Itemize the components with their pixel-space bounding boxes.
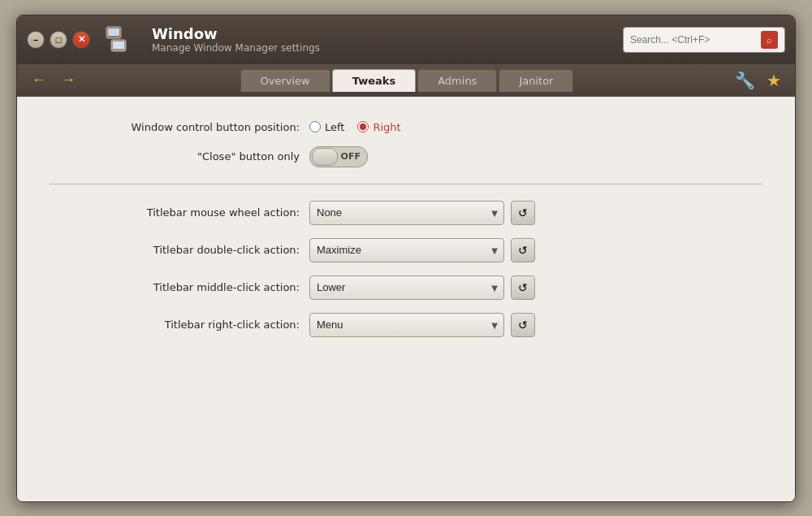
search-box: ⌕ — [623, 27, 785, 53]
reset-icon-1: ↺ — [518, 206, 528, 219]
tab-janitor[interactable]: Janitor — [499, 69, 573, 92]
position-radio-group: Left Right — [309, 121, 401, 133]
tab-overview[interactable]: Overview — [240, 69, 330, 92]
middle-click-reset[interactable]: ↺ — [511, 275, 535, 300]
double-click-wrapper: Maximize Shade Lower Menu None — [309, 238, 504, 262]
right-click-wrapper: Menu Lower Maximize Shade None — [309, 313, 504, 337]
window-control-position-row: Window control button position: Left Rig… — [50, 121, 762, 133]
search-icon: ⌕ — [767, 35, 772, 45]
mouse-wheel-wrapper: None Scroll Shade Opacity — [309, 201, 504, 225]
close-only-toggle[interactable]: OFF — [309, 146, 368, 167]
maximize-button[interactable]: □ — [50, 31, 67, 49]
tab-tweaks[interactable]: Tweaks — [332, 69, 416, 92]
double-click-row: Titlebar double-click action: Maximize S… — [50, 238, 762, 262]
titlebar-left: – □ ✕ Window Manage Window Manager setti… — [27, 24, 320, 56]
radio-right-label[interactable]: Right — [357, 121, 400, 133]
search-icon-button[interactable]: ⌕ — [761, 31, 778, 49]
middle-click-wrapper: None Maximize Shade Lower Menu — [309, 275, 504, 300]
window-control-controls: Left Right — [309, 121, 401, 133]
radio-left-text: Left — [325, 121, 344, 133]
double-click-reset[interactable]: ↺ — [511, 238, 535, 262]
wrench-icon: 🔧 — [735, 71, 755, 90]
page-subtitle: Manage Window Manager settings — [152, 42, 320, 54]
search-input[interactable] — [630, 34, 756, 46]
radio-right-input[interactable] — [357, 121, 369, 132]
reset-icon-3: ↺ — [518, 281, 528, 294]
right-click-select[interactable]: Menu Lower Maximize Shade None — [309, 313, 504, 337]
close-button-only-row: "Close" button only OFF — [50, 146, 762, 167]
tab-admins[interactable]: Admins — [417, 69, 497, 92]
right-click-label: Titlebar right-click action: — [50, 319, 309, 331]
toolbar-right: 🔧 ★ — [733, 69, 785, 92]
middle-click-label: Titlebar middle-click action: — [50, 281, 309, 293]
window-controls: – □ ✕ — [27, 31, 90, 49]
back-button[interactable]: ← — [27, 69, 51, 92]
star-icon: ★ — [767, 71, 781, 90]
dropdown-section: Titlebar mouse wheel action: None Scroll… — [50, 201, 762, 337]
toolbar-left: ← → — [27, 69, 80, 92]
middle-click-select[interactable]: None Maximize Shade Lower Menu — [309, 275, 504, 300]
middle-click-controls: None Maximize Shade Lower Menu ↺ — [309, 275, 535, 300]
mouse-wheel-reset[interactable]: ↺ — [511, 201, 535, 225]
content-area: Window control button position: Left Rig… — [17, 97, 795, 501]
mouse-wheel-select[interactable]: None Scroll Shade Opacity — [309, 201, 504, 225]
double-click-select[interactable]: Maximize Shade Lower Menu None — [309, 238, 504, 262]
mouse-wheel-row: Titlebar mouse wheel action: None Scroll… — [50, 201, 762, 225]
window-control-label: Window control button position: — [50, 121, 309, 133]
page-title: Window — [152, 25, 320, 42]
right-click-controls: Menu Lower Maximize Shade None ↺ — [309, 313, 535, 337]
tab-bar: Overview Tweaks Admins Janitor — [240, 69, 574, 92]
reset-icon-4: ↺ — [518, 319, 528, 332]
toolbar: ← → Overview Tweaks Admins Janitor 🔧 ★ — [17, 64, 795, 97]
close-button-controls: OFF — [309, 146, 368, 167]
titlebar-text: Window Manage Window Manager settings — [152, 25, 320, 54]
close-button-label: "Close" button only — [50, 150, 309, 163]
middle-click-row: Titlebar middle-click action: None Maxim… — [50, 275, 762, 300]
svg-rect-1 — [108, 28, 119, 36]
double-click-label: Titlebar double-click action: — [50, 244, 309, 256]
mouse-wheel-label: Titlebar mouse wheel action: — [50, 206, 309, 219]
favorites-button[interactable]: ★ — [762, 69, 785, 92]
minimize-button[interactable]: – — [27, 31, 45, 49]
radio-left-label[interactable]: Left — [309, 121, 344, 133]
right-click-reset[interactable]: ↺ — [511, 313, 535, 337]
toggle-knob — [312, 148, 338, 166]
svg-rect-3 — [113, 41, 124, 49]
double-click-controls: Maximize Shade Lower Menu None ↺ — [309, 238, 535, 262]
toggle-off-label: OFF — [341, 151, 361, 162]
radio-left-input[interactable] — [309, 121, 321, 132]
main-window: – □ ✕ Window Manage Window Manager setti… — [16, 15, 796, 502]
forward-button[interactable]: → — [56, 69, 80, 92]
settings-button[interactable]: 🔧 — [733, 69, 756, 92]
right-click-row: Titlebar right-click action: Menu Lower … — [50, 313, 762, 337]
titlebar-right: ⌕ — [623, 27, 785, 53]
reset-icon-2: ↺ — [518, 244, 528, 257]
divider — [50, 184, 762, 184]
titlebar: – □ ✕ Window Manage Window Manager setti… — [17, 15, 795, 64]
mouse-wheel-controls: None Scroll Shade Opacity ↺ — [309, 201, 535, 225]
app-icon — [103, 24, 142, 56]
close-button[interactable]: ✕ — [72, 31, 90, 49]
radio-right-text: Right — [373, 121, 400, 133]
